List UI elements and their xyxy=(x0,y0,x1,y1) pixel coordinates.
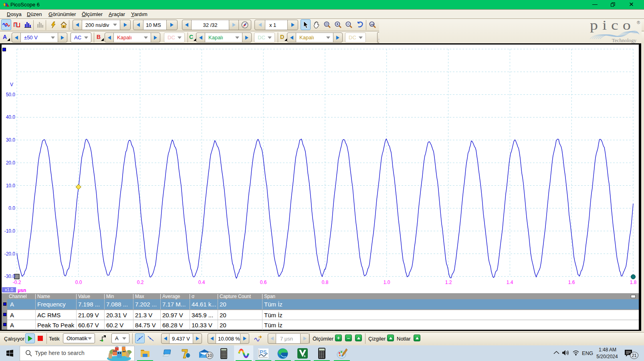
svg-text:10: 10 xyxy=(207,353,212,358)
svg-text:s: s xyxy=(304,354,306,358)
svg-text:100: 100 xyxy=(370,23,375,26)
